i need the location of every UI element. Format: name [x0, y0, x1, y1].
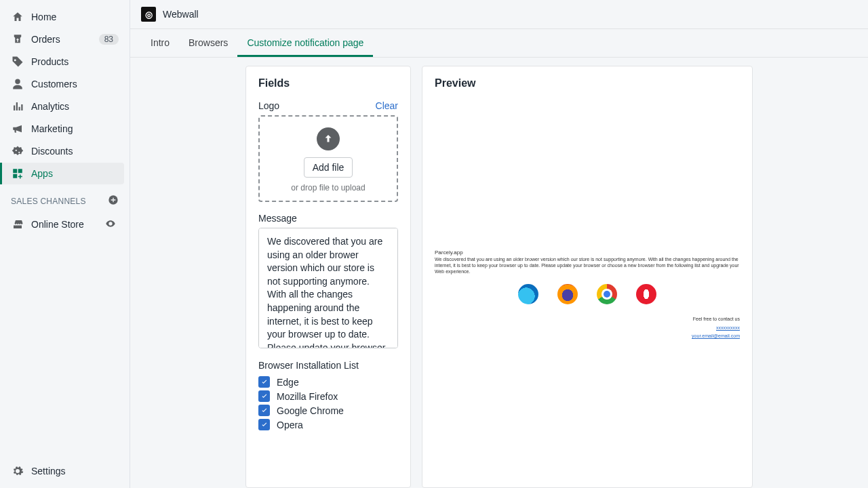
- contact-email[interactable]: your.email@email.com: [692, 333, 740, 338]
- home-icon: [11, 10, 24, 24]
- fields-card: Fields Logo Clear Add file or drop file …: [245, 66, 411, 488]
- sales-channels-header: SALES CHANNELS: [0, 185, 130, 213]
- sidebar: Home Orders 83 Products Customers Analyt…: [0, 0, 130, 488]
- nav-label: Products: [31, 56, 119, 67]
- checkbox-edge-row: Edge: [258, 376, 398, 388]
- gear-icon: [11, 464, 24, 478]
- megaphone-icon: [11, 122, 24, 136]
- contact-phone[interactable]: xxxxxxxxxx: [716, 325, 740, 330]
- eye-icon[interactable]: [105, 218, 119, 231]
- nav-home[interactable]: Home: [5, 6, 124, 28]
- checkbox-chrome-row: Google Chrome: [258, 405, 398, 416]
- main: ◎ Webwall Intro Browsers Customize notif…: [130, 0, 868, 488]
- message-textarea[interactable]: [258, 228, 398, 348]
- app-logo-icon: ◎: [141, 7, 156, 22]
- tag-icon: [11, 55, 24, 68]
- nav-label: Settings: [31, 466, 119, 476]
- preview-title: Preview: [435, 77, 740, 89]
- nav-label: Home: [31, 12, 119, 22]
- orders-icon: [11, 33, 24, 46]
- edge-icon: [518, 284, 538, 304]
- contact-label: Feel free to contact us: [435, 315, 740, 324]
- nav-settings[interactable]: Settings: [5, 460, 124, 482]
- person-icon: [11, 77, 24, 91]
- preview-browser-icons: [435, 284, 740, 304]
- preview-message: We discovered that you are using an olde…: [435, 257, 740, 274]
- checkbox-label: Opera: [277, 420, 303, 430]
- nav-label: Discounts: [31, 146, 119, 157]
- nav-label: Marketing: [31, 123, 119, 134]
- browser-list-label: Browser Installation List: [258, 360, 398, 371]
- tab-customize[interactable]: Customize notification page: [237, 29, 373, 57]
- nav-customers[interactable]: Customers: [5, 73, 124, 95]
- app-name: Webwall: [163, 9, 199, 20]
- add-channel-icon[interactable]: [108, 195, 119, 207]
- nav-analytics[interactable]: Analytics: [5, 96, 124, 117]
- checkbox-label: Mozilla Firefox: [277, 391, 338, 402]
- app-header: ◎ Webwall: [130, 0, 868, 29]
- checkbox-opera-row: Opera: [258, 419, 398, 430]
- apps-icon: [11, 167, 24, 180]
- firefox-icon: [557, 284, 578, 304]
- chart-icon: [11, 100, 24, 113]
- message-label: Message: [258, 213, 398, 224]
- discount-icon: [11, 144, 24, 158]
- nav-label: Customers: [31, 79, 119, 89]
- chrome-icon: [597, 284, 617, 304]
- nav-label: Online Store: [31, 219, 105, 230]
- nav-apps[interactable]: Apps: [0, 163, 124, 184]
- logo-label: Logo: [258, 100, 279, 111]
- nav-marketing[interactable]: Marketing: [5, 118, 124, 140]
- checkbox-firefox[interactable]: [258, 390, 270, 402]
- tab-browsers[interactable]: Browsers: [179, 29, 237, 57]
- preview-footer: Feel free to contact us xxxxxxxxxx your.…: [435, 315, 740, 341]
- logo-dropzone[interactable]: Add file or drop file to upload: [258, 115, 398, 202]
- nav-orders[interactable]: Orders 83: [5, 28, 124, 50]
- nav-products[interactable]: Products: [5, 51, 124, 73]
- nav-label: Orders: [31, 34, 99, 45]
- fields-title: Fields: [258, 77, 398, 89]
- orders-badge: 83: [99, 34, 119, 45]
- upload-icon: [317, 127, 340, 150]
- preview-heading: Parcely.app: [435, 249, 740, 256]
- add-file-button[interactable]: Add file: [304, 157, 353, 178]
- checkbox-label: Edge: [277, 377, 299, 388]
- section-label: SALES CHANNELS: [11, 197, 86, 206]
- opera-icon: [636, 284, 656, 304]
- nav-discounts[interactable]: Discounts: [5, 140, 124, 162]
- tabs: Intro Browsers Customize notification pa…: [130, 29, 868, 58]
- checkbox-chrome[interactable]: [258, 405, 270, 416]
- preview-card: Preview Parcely.app We discovered that y…: [422, 66, 753, 488]
- checkbox-opera[interactable]: [258, 419, 270, 430]
- drop-hint: or drop file to upload: [267, 183, 390, 192]
- tab-intro[interactable]: Intro: [141, 29, 179, 57]
- channel-online-store[interactable]: Online Store: [5, 214, 124, 235]
- nav-label: Analytics: [31, 101, 119, 112]
- nav-label: Apps: [31, 168, 119, 179]
- store-icon: [11, 218, 24, 231]
- checkbox-edge[interactable]: [258, 376, 270, 388]
- checkbox-label: Google Chrome: [277, 405, 344, 416]
- clear-logo-link[interactable]: Clear: [376, 100, 398, 111]
- checkbox-firefox-row: Mozilla Firefox: [258, 390, 398, 402]
